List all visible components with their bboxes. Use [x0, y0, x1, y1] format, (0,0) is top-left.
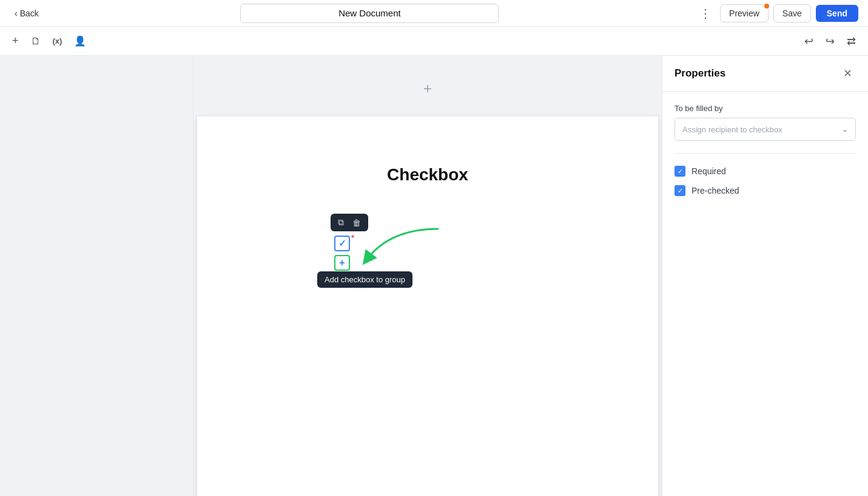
properties-body: To be filled by Assign recipient to chec… — [662, 92, 868, 217]
toolbar-left: + 🗋 (x) 👤 — [7, 31, 91, 51]
pre-checked-checkmark: ✓ — [678, 187, 683, 195]
copy-element-button[interactable]: ⧉ — [335, 216, 346, 229]
variable-button[interactable]: (x) — [48, 33, 67, 49]
add-icon: + — [12, 35, 19, 47]
required-option: ✓ Required — [675, 166, 856, 177]
add-section-icon: + — [423, 80, 432, 97]
diff-button[interactable]: ⇄ — [842, 31, 861, 52]
required-checkmark: ✓ — [678, 168, 683, 175]
preview-label: Preview — [729, 8, 759, 18]
variable-icon: (x) — [53, 36, 62, 46]
add-group-icon: + — [339, 257, 345, 268]
header-right: ⋮ Preview Save Send — [696, 4, 858, 22]
properties-header: Properties ✕ — [662, 56, 868, 92]
back-chevron-icon: ‹ — [15, 8, 18, 18]
more-options-button[interactable]: ⋮ — [696, 5, 715, 22]
properties-divider — [675, 153, 856, 154]
redo-button[interactable]: ↪ — [821, 31, 839, 52]
main-area: + Checkbox ⧉ 🗑 * ✓ — [0, 56, 868, 496]
recipient-button[interactable]: 👤 — [69, 32, 91, 50]
save-label: Save — [782, 8, 802, 18]
header-center — [44, 4, 696, 23]
send-button[interactable]: Send — [816, 5, 858, 22]
preview-button[interactable]: Preview — [720, 4, 769, 22]
document-icon: 🗋 — [31, 36, 41, 47]
required-checkbox[interactable]: ✓ — [675, 166, 685, 177]
left-panel — [0, 56, 193, 496]
recipient-placeholder: Assign recipient to checkbox — [682, 125, 782, 134]
undo-icon: ↩ — [804, 35, 813, 48]
save-button[interactable]: Save — [773, 4, 811, 22]
required-label: Required — [691, 166, 726, 176]
checkbox-checkmark: ✓ — [338, 238, 346, 249]
canvas-area: + Checkbox ⧉ 🗑 * ✓ — [193, 56, 662, 496]
delete-element-button[interactable]: 🗑 — [350, 217, 363, 229]
close-icon: ✕ — [843, 67, 852, 80]
document-page: Checkbox ⧉ 🗑 * ✓ — [197, 117, 658, 496]
toolbar-right: ↩ ↪ ⇄ — [799, 31, 861, 52]
header-left: ‹ Back — [10, 6, 44, 21]
pre-checked-label: Pre-checked — [691, 186, 739, 195]
delete-icon: 🗑 — [352, 218, 361, 228]
pre-checked-option: ✓ Pre-checked — [675, 185, 856, 196]
recipient-select[interactable]: Assign recipient to checkbox ⌄ — [675, 118, 856, 141]
back-button[interactable]: ‹ Back — [10, 6, 44, 21]
top-header: ‹ Back ⋮ Preview Save Send — [0, 0, 868, 27]
secondary-toolbar: + 🗋 (x) 👤 ↩ ↪ ⇄ — [0, 27, 868, 56]
green-arrow-icon — [354, 226, 451, 268]
more-icon: ⋮ — [699, 7, 712, 20]
tooltip-text: Add checkbox to group — [325, 275, 405, 284]
pre-checked-checkbox[interactable]: ✓ — [675, 185, 685, 196]
redo-icon: ↪ — [826, 35, 835, 48]
add-checkbox-to-group-tooltip: Add checkbox to group — [317, 271, 412, 288]
notification-dot — [764, 4, 769, 8]
properties-close-button[interactable]: ✕ — [839, 66, 856, 81]
properties-title: Properties — [675, 67, 725, 80]
diff-icon: ⇄ — [847, 35, 856, 48]
checkbox-field[interactable]: ✓ — [334, 236, 350, 251]
select-chevron-icon: ⌄ — [842, 125, 848, 134]
add-checkbox-to-group-button[interactable]: + — [334, 255, 350, 271]
back-label: Back — [20, 8, 39, 18]
properties-panel: Properties ✕ To be filled by Assign reci… — [662, 56, 868, 496]
recipient-icon: 👤 — [74, 35, 86, 47]
undo-button[interactable]: ↩ — [799, 31, 818, 52]
to-be-filled-label: To be filled by — [675, 104, 856, 113]
add-section-button[interactable]: + — [423, 80, 432, 97]
document-button[interactable]: 🗋 — [26, 32, 45, 50]
page-heading: Checkbox — [197, 165, 658, 185]
element-toolbar: ⧉ 🗑 — [331, 214, 368, 231]
send-label: Send — [827, 8, 847, 18]
document-title-input[interactable] — [240, 4, 499, 23]
copy-icon: ⧉ — [338, 217, 344, 227]
add-element-button[interactable]: + — [7, 31, 24, 51]
